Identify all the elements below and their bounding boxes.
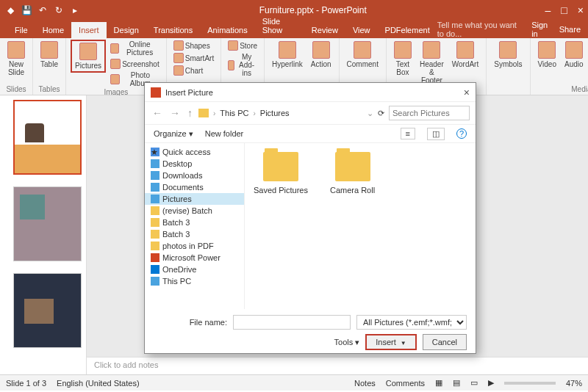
tab-slideshow[interactable]: Slide Show [255, 13, 304, 38]
view-options-button[interactable]: ≡ [401, 128, 415, 139]
comment-button[interactable]: Comment [344, 40, 381, 70]
tree-onedrive[interactable]: OneDrive [145, 264, 244, 275]
notes-pane[interactable]: Click to add notes [87, 357, 588, 374]
minimize-button[interactable]: – [545, 4, 551, 16]
nav-forward-button[interactable]: → [168, 107, 182, 119]
screenshot-button[interactable]: Screenshot [108, 58, 162, 70]
video-button[interactable]: Video [535, 40, 559, 70]
help-button[interactable]: ? [456, 128, 467, 139]
slide-thumbnail-2[interactable] [13, 186, 82, 261]
tab-insert[interactable]: Insert [71, 22, 107, 38]
slide-thumbnail-3[interactable] [13, 273, 82, 348]
online-pictures-button[interactable]: Online Pictures [108, 40, 162, 57]
tree-batch3a[interactable]: Batch 3 [145, 217, 244, 228]
view-reading-icon[interactable]: ▭ [470, 378, 478, 388]
tree-thispc[interactable]: This PC [145, 275, 244, 287]
view-slideshow-icon[interactable]: ▶ [488, 378, 494, 388]
store-button[interactable]: Store [226, 40, 259, 51]
zoom-slider[interactable] [504, 382, 556, 385]
tree-photos[interactable]: photos in PDF [145, 240, 244, 252]
new-folder-button[interactable]: New folder [205, 129, 244, 138]
organize-button[interactable]: Organize ▾ [154, 129, 193, 139]
powerpoint-icon [151, 87, 161, 98]
nav-back-button[interactable]: ← [151, 107, 164, 119]
shapes-button[interactable]: Shapes [171, 40, 216, 51]
redo-icon[interactable]: ↻ [53, 4, 65, 16]
folder-icon [263, 152, 298, 181]
tree-revise[interactable]: (revise) Batch [145, 205, 244, 217]
view-sorter-icon[interactable]: ▤ [453, 378, 460, 388]
dialog-footer: File name: All Pictures (*.emf;*.wmf;*.j… [145, 309, 476, 356]
filename-input[interactable] [233, 315, 351, 330]
tab-home[interactable]: Home [35, 22, 71, 38]
tree-desktop[interactable]: Desktop [145, 158, 244, 170]
wordart-button[interactable]: WordArt [449, 40, 482, 70]
insert-button[interactable]: Insert [365, 334, 416, 350]
header-footer-button[interactable]: Header & Footer [417, 40, 447, 86]
breadcrumb-thispc[interactable]: This PC [220, 109, 248, 117]
tab-file[interactable]: File [7, 22, 35, 38]
language-status[interactable]: English (United States) [57, 379, 140, 388]
signin[interactable]: Sign in [531, 21, 552, 38]
my-addins-button[interactable]: My Add-ins [226, 52, 259, 78]
chevron-down-icon[interactable]: ⌄ [367, 109, 373, 118]
slide-counter: Slide 1 of 3 [6, 379, 46, 388]
tab-review[interactable]: Review [304, 22, 345, 38]
save-icon[interactable]: 💾 [21, 4, 32, 16]
notes-toggle[interactable]: Notes [354, 379, 376, 388]
view-normal-icon[interactable]: ▦ [435, 378, 442, 388]
new-slide-button[interactable]: New Slide [4, 40, 28, 78]
folder-camera-roll[interactable]: Camera Roll [330, 152, 375, 195]
tree-mspp[interactable]: Microsoft Power [145, 252, 244, 264]
zoom-value[interactable]: 47% [566, 379, 582, 388]
start-icon[interactable]: ▸ [69, 4, 81, 16]
ribbon-tabs: File Home Insert Design Transitions Anim… [0, 21, 588, 38]
hyperlink-button[interactable]: Hyperlink [269, 40, 306, 70]
window-title: Furniture.pptx - PowerPoint [81, 5, 545, 15]
tree-documents[interactable]: Documents [145, 181, 244, 193]
tree-pictures[interactable]: Pictures [145, 193, 244, 205]
dialog-nav: ← → ↑ › This PC › Pictures ⌄ ⟳ [145, 102, 476, 124]
dialog-titlebar[interactable]: Insert Picture × [145, 83, 476, 102]
tree-downloads[interactable]: Downloads [145, 170, 244, 181]
action-button[interactable]: Action [308, 40, 334, 70]
audio-button[interactable]: Audio [562, 40, 587, 70]
symbols-button[interactable]: Symbols [491, 40, 525, 70]
search-input[interactable] [389, 106, 470, 120]
breadcrumb-folder[interactable]: Pictures [260, 109, 290, 117]
comments-toggle[interactable]: Comments [386, 379, 425, 388]
tools-dropdown[interactable]: Tools ▾ [334, 338, 360, 347]
folder-icon [198, 109, 209, 117]
tab-design[interactable]: Design [107, 22, 146, 38]
tellme[interactable]: Tell me what you want to do... [437, 21, 524, 38]
tab-transitions[interactable]: Transitions [146, 22, 200, 38]
slide-thumbnail-1[interactable] [13, 100, 82, 175]
preview-pane-button[interactable]: ◫ [427, 128, 445, 140]
app-icon: ◆ [4, 4, 16, 16]
chart-button[interactable]: Chart [171, 65, 216, 76]
dialog-close-button[interactable]: × [464, 87, 470, 98]
nav-up-button[interactable]: ↑ [186, 107, 194, 119]
folder-tree[interactable]: ★Quick access Desktop Downloads Document… [145, 143, 245, 309]
tree-quick-access[interactable]: ★Quick access [145, 146, 244, 158]
pictures-button[interactable]: Pictures [71, 40, 106, 73]
maximize-button[interactable]: □ [561, 4, 567, 16]
file-type-filter[interactable]: All Pictures (*.emf;*.wmf;*.jpg;* [356, 315, 467, 330]
undo-icon[interactable]: ↶ [37, 4, 49, 16]
smartart-button[interactable]: SmartArt [171, 52, 216, 64]
tab-pdfelement[interactable]: PDFelement [378, 22, 437, 38]
table-button[interactable]: Table [37, 40, 61, 70]
status-bar: Slide 1 of 3 English (United States) Not… [0, 374, 588, 391]
cancel-button[interactable]: Cancel [423, 334, 467, 350]
slide-panel[interactable]: 1 2 3 [0, 95, 87, 374]
refresh-button[interactable]: ⟳ [378, 109, 384, 118]
folder-saved-pictures[interactable]: Saved Pictures [254, 152, 308, 195]
tree-batch3b[interactable]: Batch 3 [145, 228, 244, 240]
close-button[interactable]: × [578, 4, 584, 16]
textbox-button[interactable]: Text Box [391, 40, 415, 78]
tab-animations[interactable]: Animations [200, 22, 254, 38]
filename-label: File name: [190, 318, 227, 327]
file-list[interactable]: Saved Pictures Camera Roll [245, 143, 476, 309]
share[interactable]: Share [559, 25, 581, 34]
tab-view[interactable]: View [345, 22, 378, 38]
